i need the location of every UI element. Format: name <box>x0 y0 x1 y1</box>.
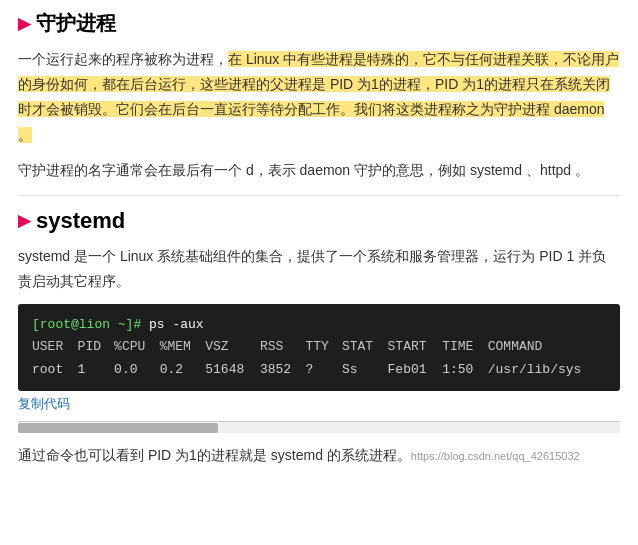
watermark-link[interactable]: https://blog.csdn.net/qq_42615032 <box>411 450 580 462</box>
copy-code-link[interactable]: 复制代码 <box>18 395 70 413</box>
section2-paragraph1: systemd 是一个 Linux 系统基础组件的集合，提供了一个系统和服务管理… <box>18 244 620 294</box>
code-table-row: root 1 0.0 0.2 51648 3852 ? Ss Feb01 1:5… <box>32 359 606 381</box>
section-divider <box>18 195 620 196</box>
scrollbar-thumb[interactable] <box>18 423 218 433</box>
section2-title: ▶ systemd <box>18 208 620 234</box>
col-user: USER <box>32 336 78 358</box>
cell-start: Feb01 <box>388 359 443 381</box>
cell-time: 1:50 <box>442 359 488 381</box>
code-prompt: [root@lion ~]# <box>32 317 149 332</box>
section1-paragraph2: 守护进程的名字通常会在最后有一个 d，表示 daemon 守护的意思，例如 sy… <box>18 158 620 183</box>
code-prompt-line: [root@lion ~]# ps -aux <box>32 314 606 336</box>
cell-stat: Ss <box>342 359 388 381</box>
col-start: START <box>388 336 443 358</box>
section1-paragraph1: 一个运行起来的程序被称为进程，在 Linux 中有些进程是特殊的，它不与任何进程… <box>18 47 620 148</box>
col-rss: RSS <box>260 336 306 358</box>
cell-rss: 3852 <box>260 359 306 381</box>
section2-arrow: ▶ <box>18 211 30 230</box>
col-tty: TTY <box>305 336 342 358</box>
cell-pid: 1 <box>78 359 115 381</box>
col-time: TIME <box>442 336 488 358</box>
section1-heading: 守护进程 <box>36 10 116 37</box>
col-mem: %MEM <box>160 336 206 358</box>
col-cpu: %CPU <box>114 336 160 358</box>
cell-vsz: 51648 <box>205 359 260 381</box>
cell-tty: ? <box>305 359 342 381</box>
cell-mem: 0.2 <box>160 359 206 381</box>
col-pid: PID <box>78 336 115 358</box>
col-stat: STAT <box>342 336 388 358</box>
code-scrollbar[interactable] <box>18 421 620 433</box>
page-container: ▶ 守护进程 一个运行起来的程序被称为进程，在 Linux 中有些进程是特殊的，… <box>0 0 638 478</box>
code-table-header: USER PID %CPU %MEM VSZ RSS TTY STAT STAR… <box>32 336 606 358</box>
section1-title: ▶ 守护进程 <box>18 10 620 37</box>
cell-cpu: 0.0 <box>114 359 160 381</box>
col-command: COMMAND <box>488 336 606 358</box>
cell-user: root <box>32 359 78 381</box>
col-vsz: VSZ <box>205 336 260 358</box>
code-command: ps -aux <box>149 317 204 332</box>
code-block: [root@lion ~]# ps -aux USER PID %CPU %ME… <box>18 304 620 390</box>
section1-text-plain: 一个运行起来的程序被称为进程， <box>18 51 228 67</box>
section1-arrow: ▶ <box>18 14 30 33</box>
code-table: USER PID %CPU %MEM VSZ RSS TTY STAT STAR… <box>32 336 606 380</box>
bottom-paragraph: 通过命令也可以看到 PID 为1的进程就是 systemd 的系统进程。http… <box>18 443 620 468</box>
cell-command: /usr/lib/sys <box>488 359 606 381</box>
section2-heading: systemd <box>36 208 125 234</box>
